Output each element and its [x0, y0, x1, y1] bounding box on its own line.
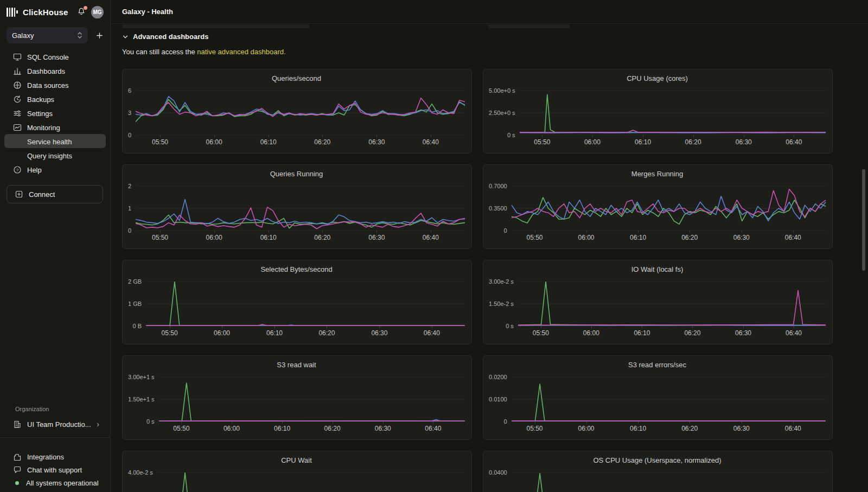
x-axis-tick — [744, 135, 744, 137]
x-axis-label: 05:50 — [534, 138, 550, 146]
notifications-bell-icon[interactable] — [77, 7, 87, 17]
x-axis-label: 06:30 — [733, 425, 750, 432]
y-axis-label: 4.00e-2 s — [128, 469, 153, 476]
chart-card: S3 read wait3.00e+1 s1.50e+1 s0 s05:5006… — [122, 355, 472, 440]
sidebar-item-dashboards[interactable]: Dashboards — [0, 64, 110, 78]
plot-area[interactable] — [136, 186, 465, 231]
x-axis-label: 06:10 — [634, 329, 650, 337]
plot-area[interactable] — [512, 472, 826, 492]
connect-button[interactable]: Connect — [7, 185, 103, 203]
connect-icon — [15, 190, 23, 199]
organization-switcher[interactable]: UI Team Productio... › — [0, 418, 110, 431]
x-axis-tick — [431, 231, 431, 233]
chart-title: OS CPU Usage (Userspace, normalized) — [489, 456, 826, 465]
x-axis-label: 05:50 — [173, 425, 189, 432]
x-axis-tick — [275, 326, 275, 328]
status-dot-icon — [15, 481, 19, 485]
x-axis-label: 06:40 — [425, 425, 441, 432]
chart-card: CPU Usage (cores)5.00e+0 s2.50e+0 s0 s05… — [483, 69, 833, 154]
sidebar-divider — [0, 437, 110, 438]
series-green — [512, 384, 826, 421]
advanced-dashboards-toggle[interactable]: Advanced dashboards — [122, 33, 208, 41]
chart-card: S3 read errors/sec0.02000.0100005:5006:0… — [483, 355, 833, 440]
x-axis-label: 06:00 — [214, 329, 230, 337]
native-dashboard-link[interactable]: native advanced dashboard. — [197, 48, 285, 56]
sidebar-item-service-health[interactable]: Service health — [0, 135, 110, 149]
logo-row: ClickHouse MG — [0, 0, 110, 24]
sidebar-item-label: Integrations — [27, 453, 64, 461]
sidebar: ClickHouse MG Galaxy SQL Console — [0, 0, 111, 492]
sidebar-item-label: Data sources — [27, 81, 69, 90]
sidebar-item-query-insights[interactable]: Query insights — [0, 149, 110, 163]
plot-area[interactable] — [520, 91, 826, 135]
x-axis-label: 05:50 — [152, 138, 168, 146]
x-axis-label: 05:50 — [152, 234, 168, 241]
x-axis-tick — [214, 135, 215, 137]
plot-area[interactable] — [157, 472, 465, 492]
x-axis-tick — [376, 231, 377, 233]
y-axis-label: 0 s — [146, 418, 155, 425]
x-axis-label: 06:40 — [423, 234, 439, 241]
plot-area[interactable] — [512, 186, 826, 231]
backups-icon — [13, 95, 22, 104]
plot-area[interactable] — [146, 282, 465, 326]
plot-area[interactable] — [159, 377, 465, 421]
x-axis-label: 06:20 — [685, 138, 701, 146]
x-axis-tick — [282, 421, 283, 424]
y-axis-label: 0.7000 — [489, 182, 507, 190]
x-axis-label: 06:10 — [630, 234, 646, 241]
y-axis-label: 0 s — [506, 322, 514, 330]
sidebar-item-backups[interactable]: Backups — [0, 92, 110, 106]
series-green — [520, 94, 826, 132]
settings-icon — [13, 109, 22, 118]
plot-area[interactable] — [512, 377, 826, 421]
service-selector[interactable]: Galaxy — [7, 27, 88, 43]
x-axis-label: 06:10 — [635, 138, 651, 146]
x-axis-tick — [742, 421, 742, 424]
x-axis-label: 06:00 — [578, 425, 595, 432]
x-axis-label: 06:00 — [224, 425, 240, 432]
x-axis-tick — [214, 231, 215, 233]
sidebar-item-integrations[interactable]: Integrations — [0, 450, 110, 463]
vertical-scrollbar[interactable] — [862, 169, 865, 271]
chart-card: IO Wait (local fs)3.00e-2 s1.50e-2 s0 s0… — [483, 260, 833, 344]
x-axis-tick — [433, 421, 433, 424]
y-axis-label: 0 — [504, 227, 507, 234]
scrolled-card-edge — [122, 24, 309, 28]
series-green — [518, 282, 826, 325]
x-axis-tick — [333, 421, 333, 424]
data-sources-icon — [13, 81, 22, 90]
y-axis-label: 5.00e+0 s — [489, 87, 515, 94]
x-axis-tick — [376, 135, 377, 137]
sidebar-item-monitoring[interactable]: Monitoring — [0, 120, 110, 135]
x-axis-label: 06:10 — [266, 329, 283, 337]
sidebar-item-label: Settings — [27, 110, 53, 118]
sidebar-item-sql-console[interactable]: SQL Console — [0, 50, 110, 64]
x-axis-tick — [793, 231, 794, 233]
y-axis-label: 0 — [128, 227, 131, 234]
series-green — [157, 472, 465, 492]
sidebar-item-settings[interactable]: Settings — [0, 106, 110, 120]
sidebar-item-chat-with-support[interactable]: Chat with support — [0, 463, 110, 476]
x-axis-label: 06:20 — [314, 138, 330, 146]
system-status[interactable]: All systems operational — [0, 476, 110, 489]
x-axis-label: 06:20 — [684, 329, 700, 337]
plot-area[interactable] — [518, 282, 826, 326]
x-axis-label: 06:30 — [368, 138, 385, 146]
sidebar-item-label: SQL Console — [27, 53, 69, 61]
chart-title: IO Wait (local fs) — [489, 265, 826, 274]
x-axis-label: 06:00 — [583, 329, 599, 337]
add-service-button[interactable] — [95, 30, 104, 41]
x-axis-tick — [170, 326, 170, 328]
x-axis-tick — [793, 421, 794, 424]
section-label: Advanced dashboards — [133, 33, 208, 41]
sidebar-item-help[interactable]: ? Help — [0, 163, 110, 177]
chart-card: OS CPU Usage (Userspace, normalized)0.04… — [483, 451, 833, 492]
avatar[interactable]: MG — [91, 6, 104, 18]
plot-area[interactable] — [136, 91, 465, 135]
organization-name: UI Team Productio... — [27, 420, 91, 429]
clickhouse-logo-icon — [7, 8, 18, 17]
sidebar-item-data-sources[interactable]: Data sources — [0, 78, 110, 92]
x-axis-tick — [692, 326, 693, 328]
y-axis-label: 2 GB — [128, 278, 142, 285]
